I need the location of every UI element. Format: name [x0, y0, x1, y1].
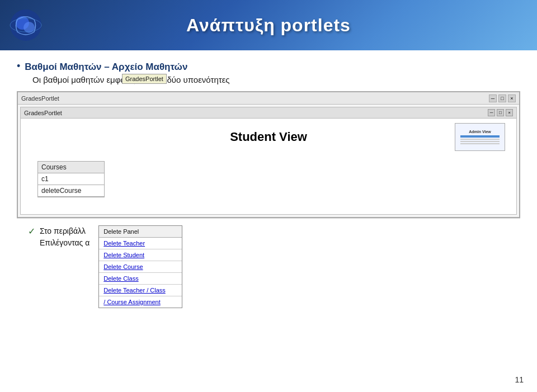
portlet-restore-btn[interactable]: □	[498, 95, 506, 102]
student-view-content: Student View Courses c1 deleteCourse	[21, 119, 516, 214]
delete-course-link[interactable]: Delete Course	[99, 261, 182, 273]
inner-icon-1[interactable]: ─	[488, 109, 495, 116]
delete-student-link[interactable]: Delete Student	[99, 249, 182, 261]
portlet-outer-wrap: GradesPortlet ─ □ × GradesPortlet ─ □ × …	[17, 91, 520, 218]
delete-panel-header[interactable]: Delete Panel	[99, 226, 182, 238]
bullet-main-text: Βαθμοί Μαθητών – Αρχείο Μαθητών	[25, 62, 187, 73]
student-view-title: Student View	[37, 130, 500, 144]
courses-table: Courses c1 deleteCourse	[37, 161, 105, 197]
portlet-outer-icons: ─ □ ×	[489, 95, 516, 102]
bottom-section: ✓ Στο περιβάλλ Επιλέγοντας α Delete Pane…	[17, 218, 520, 308]
portlet-close-btn[interactable]: ×	[508, 95, 516, 102]
slide-content: • Βαθμοί Μαθητών – Αρχείο Μαθητών Οι βαθ…	[0, 50, 537, 319]
delete-panel: Delete Panel Delete Teacher Delete Stude…	[98, 225, 182, 308]
delete-class-link[interactable]: Delete Class	[99, 273, 182, 285]
check-text-line2: Επιλέγοντας α	[40, 238, 90, 247]
portlet-inner-icons: ─ □ ×	[488, 109, 513, 116]
tooltip-label: GradesPortlet	[122, 74, 167, 84]
check-mark: ✓	[28, 226, 35, 237]
sub-bullet: Οι βαθμοί μαθητών εμφανίζονται σε δύο υπ…	[32, 75, 520, 84]
portlet-outer-label: GradesPortlet	[21, 95, 59, 102]
check-text: Στο περιβάλλ Επιλέγοντας α	[40, 225, 90, 249]
course-assignment-link[interactable]: / Course Assignment	[99, 296, 182, 308]
admin-thumb-lines	[460, 139, 500, 144]
admin-thumb-bar	[460, 135, 500, 138]
page-number: 11	[515, 375, 524, 384]
courses-row-c1: c1	[38, 173, 104, 185]
slide-title: Ανάπτυξη portlets	[186, 15, 351, 36]
delete-teacher-link[interactable]: Delete Teacher	[99, 238, 182, 249]
portlet-inner: GradesPortlet ─ □ × Admin View	[20, 107, 517, 215]
inner-icon-2[interactable]: □	[497, 109, 504, 116]
logo	[9, 8, 43, 42]
bullet-item-main: • Βαθμοί Μαθητών – Αρχείο Μαθητών	[17, 62, 520, 73]
check-item: ✓ Στο περιβάλλ Επιλέγοντας α	[28, 225, 90, 249]
check-text-line1: Στο περιβάλλ	[40, 226, 86, 235]
admin-thumb-title: Admin View	[469, 130, 491, 134]
portlet-inner-label: GradesPortlet	[24, 110, 62, 116]
courses-row-delete[interactable]: deleteCourse	[38, 185, 104, 197]
slide-header: Ανάπτυξη portlets	[0, 0, 537, 50]
portlet-inner-bar: GradesPortlet ─ □ ×	[21, 107, 516, 119]
portlet-outer-bar: GradesPortlet ─ □ ×	[18, 92, 519, 105]
delete-teacher-class-link[interactable]: Delete Teacher / Class	[99, 285, 182, 296]
bullet-section: • Βαθμοί Μαθητών – Αρχείο Μαθητών Οι βαθ…	[17, 62, 520, 84]
admin-view-thumb: Admin View	[455, 123, 505, 151]
bullet-dot: •	[17, 60, 20, 72]
inner-icon-3[interactable]: ×	[506, 109, 513, 116]
portlet-minimize-btn[interactable]: ─	[489, 95, 497, 102]
courses-header: Courses	[38, 162, 104, 173]
